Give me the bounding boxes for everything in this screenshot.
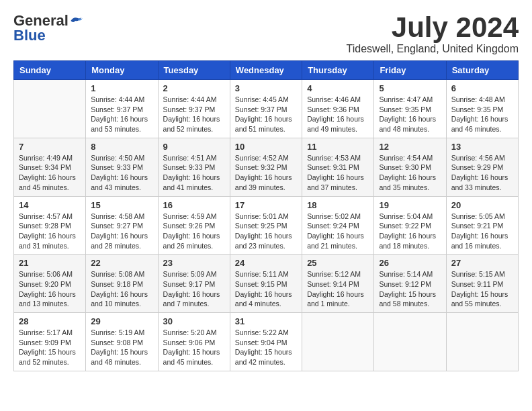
day-number: 2 bbox=[163, 83, 225, 93]
cell-content: Sunrise: 4:56 AM Sunset: 9:29 PM Dayligh… bbox=[451, 153, 513, 193]
header-sunday: Sunday bbox=[14, 61, 86, 80]
day-number: 1 bbox=[91, 83, 152, 93]
calendar-cell: 16Sunrise: 4:59 AM Sunset: 9:26 PM Dayli… bbox=[158, 196, 230, 255]
calendar-cell: 20Sunrise: 5:05 AM Sunset: 9:21 PM Dayli… bbox=[446, 196, 518, 255]
calendar-cell: 24Sunrise: 5:11 AM Sunset: 9:15 PM Dayli… bbox=[230, 255, 302, 313]
calendar-cell: 29Sunrise: 5:19 AM Sunset: 9:08 PM Dayli… bbox=[86, 313, 158, 371]
day-number: 21 bbox=[19, 258, 81, 268]
cell-content: Sunrise: 4:52 AM Sunset: 9:32 PM Dayligh… bbox=[235, 153, 297, 193]
calendar-cell: 14Sunrise: 4:57 AM Sunset: 9:28 PM Dayli… bbox=[14, 196, 86, 255]
day-number: 12 bbox=[379, 142, 441, 152]
day-number: 9 bbox=[163, 142, 225, 152]
cell-content: Sunrise: 4:54 AM Sunset: 9:30 PM Dayligh… bbox=[379, 153, 441, 193]
calendar-cell: 3Sunrise: 4:45 AM Sunset: 9:37 PM Daylig… bbox=[230, 80, 302, 138]
calendar-cell: 21Sunrise: 5:06 AM Sunset: 9:20 PM Dayli… bbox=[14, 255, 86, 313]
cell-content: Sunrise: 4:58 AM Sunset: 9:27 PM Dayligh… bbox=[91, 212, 152, 251]
cell-content: Sunrise: 4:44 AM Sunset: 9:37 PM Dayligh… bbox=[163, 95, 225, 134]
cell-content: Sunrise: 5:11 AM Sunset: 9:15 PM Dayligh… bbox=[235, 269, 297, 309]
calendar-cell: 5Sunrise: 4:47 AM Sunset: 9:35 PM Daylig… bbox=[374, 80, 446, 138]
calendar-cell: 8Sunrise: 4:50 AM Sunset: 9:33 PM Daylig… bbox=[86, 138, 158, 196]
cell-content: Sunrise: 4:47 AM Sunset: 9:35 PM Dayligh… bbox=[379, 95, 441, 134]
calendar-cell bbox=[302, 313, 374, 371]
calendar-cell: 18Sunrise: 5:02 AM Sunset: 9:24 PM Dayli… bbox=[302, 196, 374, 255]
logo-blue-text: Blue bbox=[13, 28, 46, 43]
cell-content: Sunrise: 5:20 AM Sunset: 9:06 PM Dayligh… bbox=[163, 328, 225, 367]
cell-content: Sunrise: 4:49 AM Sunset: 9:34 PM Dayligh… bbox=[19, 153, 81, 193]
calendar-cell: 30Sunrise: 5:20 AM Sunset: 9:06 PM Dayli… bbox=[158, 313, 230, 371]
calendar-cell: 2Sunrise: 4:44 AM Sunset: 9:37 PM Daylig… bbox=[158, 80, 230, 138]
day-number: 23 bbox=[163, 258, 225, 268]
header-tuesday: Tuesday bbox=[158, 61, 230, 80]
calendar-cell: 19Sunrise: 5:04 AM Sunset: 9:22 PM Dayli… bbox=[374, 196, 446, 255]
day-number: 7 bbox=[19, 142, 81, 152]
calendar-cell: 15Sunrise: 4:58 AM Sunset: 9:27 PM Dayli… bbox=[86, 196, 158, 255]
calendar-week-5: 28Sunrise: 5:17 AM Sunset: 9:09 PM Dayli… bbox=[14, 313, 519, 371]
calendar-week-3: 14Sunrise: 4:57 AM Sunset: 9:28 PM Dayli… bbox=[14, 196, 519, 255]
calendar-cell: 31Sunrise: 5:22 AM Sunset: 9:04 PM Dayli… bbox=[230, 313, 302, 371]
calendar-cell: 27Sunrise: 5:15 AM Sunset: 9:11 PM Dayli… bbox=[446, 255, 518, 313]
cell-content: Sunrise: 5:15 AM Sunset: 9:11 PM Dayligh… bbox=[451, 269, 513, 309]
day-number: 15 bbox=[91, 200, 152, 210]
cell-content: Sunrise: 5:22 AM Sunset: 9:04 PM Dayligh… bbox=[235, 328, 297, 367]
calendar-cell: 26Sunrise: 5:14 AM Sunset: 9:12 PM Dayli… bbox=[374, 255, 446, 313]
calendar-cell: 6Sunrise: 4:48 AM Sunset: 9:35 PM Daylig… bbox=[446, 80, 518, 138]
calendar-cell: 1Sunrise: 4:44 AM Sunset: 9:37 PM Daylig… bbox=[86, 80, 158, 138]
day-number: 20 bbox=[451, 200, 513, 210]
calendar-week-2: 7Sunrise: 4:49 AM Sunset: 9:34 PM Daylig… bbox=[14, 138, 519, 196]
day-number: 17 bbox=[235, 200, 297, 210]
calendar-header-row: SundayMondayTuesdayWednesdayThursdayFrid… bbox=[14, 61, 519, 80]
day-number: 31 bbox=[235, 316, 297, 326]
cell-content: Sunrise: 5:12 AM Sunset: 9:14 PM Dayligh… bbox=[307, 269, 369, 309]
calendar-cell: 7Sunrise: 4:49 AM Sunset: 9:34 PM Daylig… bbox=[14, 138, 86, 196]
cell-content: Sunrise: 5:05 AM Sunset: 9:21 PM Dayligh… bbox=[451, 212, 513, 251]
calendar-cell bbox=[374, 313, 446, 371]
day-number: 3 bbox=[235, 83, 297, 93]
day-number: 14 bbox=[19, 200, 81, 210]
cell-content: Sunrise: 5:02 AM Sunset: 9:24 PM Dayligh… bbox=[307, 212, 369, 251]
day-number: 24 bbox=[235, 258, 297, 268]
header-monday: Monday bbox=[86, 61, 158, 80]
calendar-cell: 28Sunrise: 5:17 AM Sunset: 9:09 PM Dayli… bbox=[14, 313, 86, 371]
cell-content: Sunrise: 4:50 AM Sunset: 9:33 PM Dayligh… bbox=[91, 153, 152, 193]
day-number: 6 bbox=[451, 83, 513, 93]
calendar-cell: 13Sunrise: 4:56 AM Sunset: 9:29 PM Dayli… bbox=[446, 138, 518, 196]
day-number: 22 bbox=[91, 258, 152, 268]
day-number: 28 bbox=[19, 316, 81, 326]
cell-content: Sunrise: 5:04 AM Sunset: 9:22 PM Dayligh… bbox=[379, 212, 441, 251]
calendar-cell: 17Sunrise: 5:01 AM Sunset: 9:25 PM Dayli… bbox=[230, 196, 302, 255]
day-number: 4 bbox=[307, 83, 369, 93]
calendar-cell bbox=[14, 80, 86, 138]
calendar-cell: 10Sunrise: 4:52 AM Sunset: 9:32 PM Dayli… bbox=[230, 138, 302, 196]
cell-content: Sunrise: 4:45 AM Sunset: 9:37 PM Dayligh… bbox=[235, 95, 297, 134]
day-number: 16 bbox=[163, 200, 225, 210]
day-number: 30 bbox=[163, 316, 225, 326]
cell-content: Sunrise: 4:53 AM Sunset: 9:31 PM Dayligh… bbox=[307, 153, 369, 193]
calendar-week-4: 21Sunrise: 5:06 AM Sunset: 9:20 PM Dayli… bbox=[14, 255, 519, 313]
day-number: 18 bbox=[307, 200, 369, 210]
calendar-cell: 25Sunrise: 5:12 AM Sunset: 9:14 PM Dayli… bbox=[302, 255, 374, 313]
calendar-cell bbox=[446, 313, 518, 371]
header-thursday: Thursday bbox=[302, 61, 374, 80]
calendar-table: SundayMondayTuesdayWednesdayThursdayFrid… bbox=[13, 60, 519, 371]
logo: General Blue bbox=[13, 13, 83, 43]
cell-content: Sunrise: 5:09 AM Sunset: 9:17 PM Dayligh… bbox=[163, 269, 225, 309]
cell-content: Sunrise: 5:01 AM Sunset: 9:25 PM Dayligh… bbox=[235, 212, 297, 251]
day-number: 11 bbox=[307, 142, 369, 152]
day-number: 8 bbox=[91, 142, 152, 152]
calendar-cell: 11Sunrise: 4:53 AM Sunset: 9:31 PM Dayli… bbox=[302, 138, 374, 196]
cell-content: Sunrise: 5:19 AM Sunset: 9:08 PM Dayligh… bbox=[91, 328, 152, 367]
header-wednesday: Wednesday bbox=[230, 61, 302, 80]
page-header: General Blue July 2024 Tideswell, Englan… bbox=[13, 13, 519, 55]
cell-content: Sunrise: 4:44 AM Sunset: 9:37 PM Dayligh… bbox=[91, 95, 152, 134]
calendar-cell: 22Sunrise: 5:08 AM Sunset: 9:18 PM Dayli… bbox=[86, 255, 158, 313]
title-area: July 2024 Tideswell, England, United Kin… bbox=[347, 13, 519, 55]
logo-bird-icon bbox=[70, 15, 83, 27]
month-year-title: July 2024 bbox=[347, 13, 519, 42]
cell-content: Sunrise: 5:14 AM Sunset: 9:12 PM Dayligh… bbox=[379, 269, 441, 309]
day-number: 10 bbox=[235, 142, 297, 152]
calendar-cell: 12Sunrise: 4:54 AM Sunset: 9:30 PM Dayli… bbox=[374, 138, 446, 196]
cell-content: Sunrise: 4:51 AM Sunset: 9:33 PM Dayligh… bbox=[163, 153, 225, 193]
day-number: 25 bbox=[307, 258, 369, 268]
day-number: 27 bbox=[451, 258, 513, 268]
day-number: 13 bbox=[451, 142, 513, 152]
